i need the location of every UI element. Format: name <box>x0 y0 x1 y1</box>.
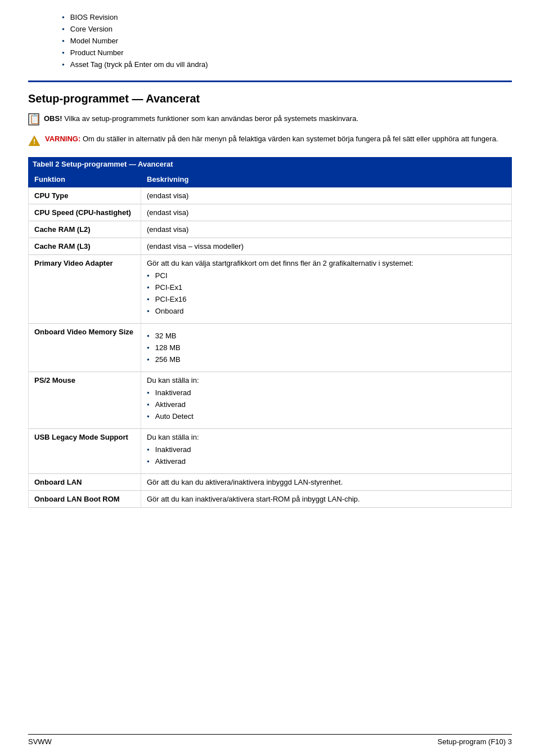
cell-text: (endast visa – vissa modeller) <box>147 242 244 250</box>
cell-text: (endast visa) <box>147 191 188 200</box>
table-row: Cache RAM (L2)(endast visa) <box>29 221 512 238</box>
obs-text: OBS! Vilka av setup-programmets funktion… <box>44 113 358 124</box>
list-item: PCI <box>147 270 506 281</box>
setup-table: Funktion Beskrivning CPU Type(endast vis… <box>28 171 512 508</box>
page-footer: SVWW Setup-program (F10) 3 <box>28 734 512 746</box>
table-cell-function: Onboard Video Memory Size <box>29 324 141 372</box>
table-cell-description: Gör att du kan du aktivera/inaktivera in… <box>141 474 512 491</box>
cell-text: (endast visa) <box>147 208 188 217</box>
table-header-row: Funktion Beskrivning <box>29 172 512 187</box>
table-cell-function: Onboard LAN <box>29 474 141 491</box>
footer-page-number: 3 <box>508 737 512 746</box>
list-item: Aktiverad <box>147 455 506 467</box>
table-cell-description: Du kan ställa in:InaktiveradAktiverad <box>141 429 512 474</box>
table-row: CPU Type(endast visa) <box>29 187 512 204</box>
list-item: PCI-Ex1 <box>147 281 506 293</box>
cell-text: (endast visa) <box>147 225 188 234</box>
table-cell-description: Gör att du kan välja startgrafikkort om … <box>141 255 512 324</box>
obs-content: Vilka av setup-programmets funktioner so… <box>64 114 358 123</box>
svg-text:!: ! <box>33 138 35 146</box>
top-list-item: Asset Tag (tryck på Enter om du vill änd… <box>62 59 512 70</box>
cell-list: PCIPCI-Ex1PCI-Ex16Onboard <box>147 270 506 317</box>
cell-text: Gör att du kan du aktivera/inaktivera in… <box>147 478 343 486</box>
warning-text: VARNING: Om du ställer in alternativ på … <box>45 133 498 145</box>
top-list-item: Product Number <box>62 47 512 59</box>
cell-list: 32 MB128 MB256 MB <box>147 330 506 365</box>
list-item: Auto Detect <box>147 410 506 422</box>
table-cell-description: (endast visa) <box>141 187 512 204</box>
cell-text: Gör att du kan välja startgrafikkort om … <box>147 259 413 267</box>
list-item: PCI-Ex16 <box>147 293 506 305</box>
table-cell-description: 32 MB128 MB256 MB <box>141 324 512 372</box>
list-item: Inaktiverad <box>147 444 506 455</box>
cell-text: Du kan ställa in: <box>147 376 199 384</box>
notebook-icon <box>28 113 39 126</box>
table-caption: Tabell 2 Setup-programmet — Avancerat <box>28 157 512 171</box>
table-caption-title: Setup-programmet — Avancerat <box>61 160 173 168</box>
table-cell-description: (endast visa) <box>141 204 512 221</box>
top-list-item: Model Number <box>62 35 512 47</box>
list-item: Aktiverad <box>147 399 506 410</box>
cell-list: InaktiveradAktiveradAuto Detect <box>147 387 506 422</box>
footer-right: Setup-program (F10) 3 <box>438 737 512 746</box>
table-cell-description: (endast visa – vissa modeller) <box>141 238 512 255</box>
top-list-item: Core Version <box>62 23 512 35</box>
table-row: CPU Speed (CPU-hastighet)(endast visa) <box>29 204 512 221</box>
table-row: Onboard LANGör att du kan du aktivera/in… <box>29 474 512 491</box>
cell-text: Gör att du kan inaktivera/aktivera start… <box>147 495 360 503</box>
list-item: Onboard <box>147 305 506 317</box>
warning-block: ! VARNING: Om du ställer in alternativ p… <box>28 133 512 147</box>
table-cell-description: Du kan ställa in:InaktiveradAktiveradAut… <box>141 372 512 429</box>
table-cell-function: CPU Speed (CPU-hastighet) <box>29 204 141 221</box>
table-cell-function: CPU Type <box>29 187 141 204</box>
table-cell-function: Onboard LAN Boot ROM <box>29 491 141 508</box>
table-row: PS/2 MouseDu kan ställa in:InaktiveradAk… <box>29 372 512 429</box>
obs-label: OBS! <box>44 114 62 123</box>
table-cell-description: Gör att du kan inaktivera/aktivera start… <box>141 491 512 508</box>
table-cell-function: Primary Video Adapter <box>29 255 141 324</box>
warning-icon: ! <box>28 135 40 147</box>
table-cell-function: PS/2 Mouse <box>29 372 141 429</box>
col-description: Beskrivning <box>141 172 512 187</box>
table-row: Onboard Video Memory Size32 MB128 MB256 … <box>29 324 512 372</box>
section-title: Setup-programmet — Avancerat <box>28 92 512 105</box>
table-caption-prefix: Tabell 2 <box>33 160 59 168</box>
top-list-item: BIOS Revision <box>62 11 512 23</box>
table-cell-description: (endast visa) <box>141 221 512 238</box>
table-row: Cache RAM (L3)(endast visa – vissa model… <box>29 238 512 255</box>
list-item: Inaktiverad <box>147 387 506 399</box>
cell-text: Du kan ställa in: <box>147 433 199 441</box>
list-item: 256 MB <box>147 354 506 365</box>
table-row: USB Legacy Mode SupportDu kan ställa in:… <box>29 429 512 474</box>
cell-list: InaktiveradAktiverad <box>147 444 506 467</box>
col-function: Funktion <box>29 172 141 187</box>
table-cell-function: USB Legacy Mode Support <box>29 429 141 474</box>
footer-left: SVWW <box>28 737 52 746</box>
obs-block: OBS! Vilka av setup-programmets funktion… <box>28 113 512 126</box>
warning-content: Om du ställer in alternativ på den här m… <box>83 135 498 143</box>
list-item: 32 MB <box>147 330 506 342</box>
footer-right-label: Setup-program (F10) <box>438 737 506 746</box>
list-item: 128 MB <box>147 342 506 354</box>
blue-divider <box>28 80 512 82</box>
table-cell-function: Cache RAM (L2) <box>29 221 141 238</box>
table-cell-function: Cache RAM (L3) <box>29 238 141 255</box>
top-bullet-list: BIOS RevisionCore VersionModel NumberPro… <box>28 11 512 70</box>
table-row: Onboard LAN Boot ROMGör att du kan inakt… <box>29 491 512 508</box>
warning-label: VARNING: <box>45 135 80 143</box>
table-row: Primary Video AdapterGör att du kan välj… <box>29 255 512 324</box>
